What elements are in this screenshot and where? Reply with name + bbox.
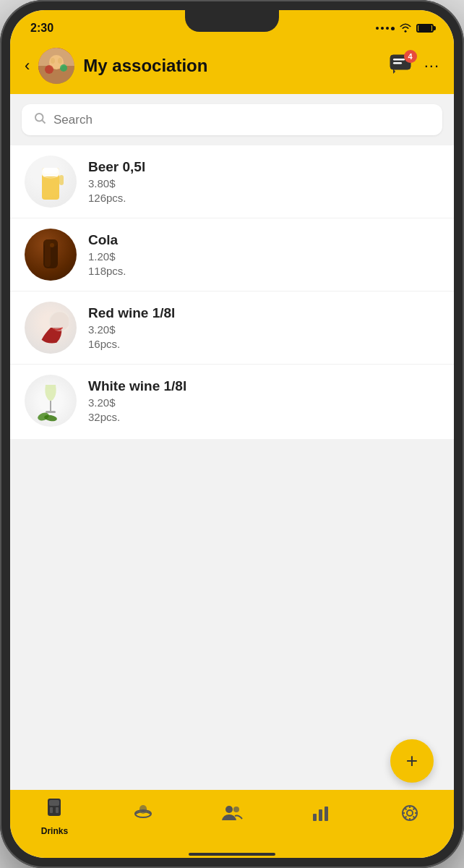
list-item[interactable]: White wine 1/8l 3.20$ 32pcs. [10, 365, 454, 437]
bottom-navigation: Drinks [10, 790, 454, 854]
list-item[interactable]: Cola 1.20$ 118pcs. [10, 218, 454, 292]
settings-icon [400, 804, 419, 827]
items-list: Beer 0,5l 3.80$ 126pcs. [10, 145, 454, 439]
svg-point-33 [233, 807, 239, 812]
item-info-beer: Beer 0,5l 3.80$ 126pcs. [88, 159, 145, 204]
search-icon [33, 111, 46, 128]
svg-rect-14 [43, 168, 58, 174]
item-qty: 16pcs. [88, 338, 175, 350]
svg-rect-31 [139, 805, 147, 814]
svg-rect-35 [319, 809, 322, 821]
more-button[interactable]: ··· [424, 56, 439, 75]
item-qty: 126pcs. [88, 192, 145, 204]
nav-item-settings[interactable] [365, 804, 454, 830]
home-indicator [10, 854, 454, 858]
nav-item-members[interactable] [188, 804, 277, 829]
nav-item-stats[interactable] [276, 804, 365, 830]
svg-point-37 [407, 810, 413, 816]
svg-point-3 [51, 58, 55, 64]
svg-rect-8 [393, 59, 405, 61]
home-bar [189, 853, 275, 856]
item-info-cola: Cola 1.20$ 118pcs. [88, 232, 126, 277]
svg-rect-36 [325, 807, 328, 821]
item-image-cola [25, 229, 77, 281]
phone-screen: 2:30 ‹ [10, 10, 454, 858]
nav-label-drinks: Drinks [41, 826, 68, 836]
item-image-beer [25, 156, 77, 208]
svg-rect-23 [46, 411, 56, 413]
item-qty: 118pcs. [88, 265, 126, 277]
item-price: 1.20$ [88, 250, 126, 263]
item-name: White wine 1/8l [88, 378, 186, 394]
empty-area [10, 439, 454, 733]
status-icons [376, 22, 434, 35]
wifi-icon [399, 22, 412, 35]
svg-rect-29 [56, 807, 59, 813]
item-info-redwine: Red wine 1/8l 3.20$ 16pcs. [88, 305, 175, 350]
svg-line-11 [42, 120, 45, 123]
item-image-whitewine [25, 375, 77, 427]
svg-rect-27 [49, 800, 59, 806]
item-name: Beer 0,5l [88, 159, 145, 175]
search-container [10, 94, 454, 145]
notch [185, 10, 279, 32]
svg-point-19 [50, 243, 54, 247]
header-title: My association [83, 56, 380, 76]
list-item[interactable]: Beer 0,5l 3.80$ 126pcs. [10, 145, 454, 218]
content-area: Beer 0,5l 3.80$ 126pcs. [10, 94, 454, 790]
item-qty: 32pcs. [88, 411, 186, 423]
notifications-button[interactable]: 4 [390, 54, 413, 77]
add-button[interactable]: + [390, 739, 434, 783]
svg-point-4 [58, 58, 62, 64]
phone-frame: 2:30 ‹ [0, 0, 464, 868]
item-price: 3.20$ [88, 323, 175, 336]
svg-point-32 [225, 806, 233, 813]
avatar [38, 48, 74, 84]
item-price: 3.20$ [88, 396, 186, 409]
stats-icon [312, 804, 330, 827]
svg-rect-28 [50, 807, 53, 813]
header-actions: 4 ··· [390, 54, 439, 77]
svg-rect-9 [393, 62, 402, 64]
item-price: 3.80$ [88, 177, 145, 190]
svg-point-10 [35, 114, 43, 122]
app-header: ‹ My association [10, 42, 454, 94]
status-time: 2:30 [30, 22, 53, 35]
signal-icon [376, 27, 395, 30]
notification-badge: 4 [404, 50, 417, 63]
battery-icon [416, 24, 434, 33]
search-box[interactable] [22, 104, 442, 135]
item-name: Red wine 1/8l [88, 305, 175, 321]
members-icon [221, 804, 243, 826]
fab-container: + [10, 732, 454, 790]
svg-point-6 [60, 64, 67, 72]
list-item[interactable]: Red wine 1/8l 3.20$ 16pcs. [10, 292, 454, 365]
nav-item-food[interactable] [99, 804, 188, 830]
drinks-icon [45, 797, 64, 823]
item-image-redwine [25, 302, 77, 354]
search-input[interactable] [53, 113, 431, 127]
svg-point-21 [50, 312, 69, 331]
svg-rect-15 [59, 175, 64, 185]
back-button[interactable]: ‹ [25, 58, 30, 74]
svg-point-5 [45, 65, 53, 74]
nav-item-drinks[interactable]: Drinks [10, 797, 99, 836]
svg-rect-34 [313, 814, 317, 821]
item-info-whitewine: White wine 1/8l 3.20$ 32pcs. [88, 378, 186, 423]
svg-rect-22 [50, 401, 51, 411]
item-name: Cola [88, 232, 126, 248]
food-icon [134, 804, 152, 827]
